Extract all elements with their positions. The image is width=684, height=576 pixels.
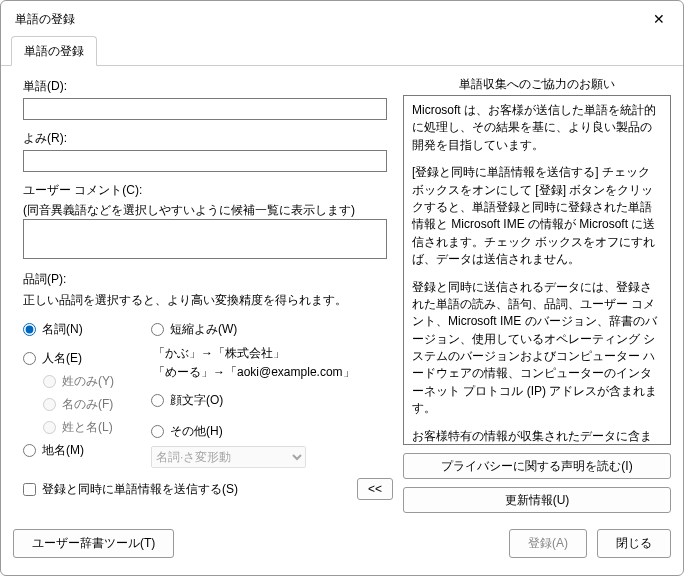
reading-label: よみ(R): [23, 130, 393, 147]
comment-label: ユーザー コメント(C): [23, 182, 393, 199]
close-icon[interactable]: ✕ [647, 9, 671, 29]
info-p4: お客様特有の情報が収集されたデータに含まれることがあります。このような情報が存在… [412, 428, 662, 445]
comment-hint: (同音異義語などを選択しやすいように候補一覧に表示します) [23, 202, 393, 219]
radio-other[interactable]: その他(H) [151, 423, 393, 440]
user-dict-button[interactable]: ユーザー辞書ツール(T) [13, 529, 174, 558]
radio-surname-only: 姓のみ(Y) [43, 373, 151, 390]
reading-input[interactable] [23, 150, 387, 172]
update-info-button[interactable]: 更新情報(U) [403, 487, 671, 513]
right-panel-title: 単語収集へのご協力のお願い [403, 76, 671, 93]
register-button[interactable]: 登録(A) [509, 529, 587, 558]
info-p3: 登録と同時に送信されるデータには、登録された単語の読み、語句、品詞、ユーザー コ… [412, 279, 662, 418]
radio-short-reading[interactable]: 短縮よみ(W) [151, 321, 393, 338]
radio-place[interactable]: 地名(M) [23, 442, 151, 459]
example-1: 「かぶ」→「株式会社」 [153, 344, 393, 363]
radio-face[interactable]: 顔文字(O) [151, 392, 393, 409]
info-p2: [登録と同時に単語情報を送信する] チェック ボックスをオンにして [登録] ボ… [412, 164, 662, 268]
pos-hint: 正しい品詞を選択すると、より高い変換精度を得られます。 [23, 292, 393, 309]
info-scrollbox[interactable]: Microsoft は、お客様が送信した単語を統計的に処理し、その結果を基に、よ… [403, 95, 671, 445]
pos-label: 品詞(P): [23, 271, 393, 288]
radio-given-only: 名のみ(F) [43, 396, 151, 413]
example-2: 「めーる」→「aoki@example.com」 [153, 363, 393, 382]
close-button[interactable]: 閉じる [597, 529, 671, 558]
collapse-button[interactable]: << [357, 478, 393, 500]
tab-word-register[interactable]: 単語の登録 [11, 36, 97, 66]
radio-person[interactable]: 人名(E) [23, 350, 151, 367]
radio-noun[interactable]: 名詞(N) [23, 321, 151, 338]
privacy-button[interactable]: プライバシーに関する声明を読む(I) [403, 453, 671, 479]
word-input[interactable] [23, 98, 387, 120]
word-label: 単語(D): [23, 78, 393, 95]
window-title: 単語の登録 [15, 11, 75, 28]
radio-surname-given: 姓と名(L) [43, 419, 151, 436]
comment-input[interactable] [23, 219, 387, 259]
other-select[interactable]: 名詞·さ変形動 [151, 446, 306, 468]
send-info-checkbox[interactable]: 登録と同時に単語情報を送信する(S) [23, 481, 238, 498]
info-p1: Microsoft は、お客様が送信した単語を統計的に処理し、その結果を基に、よ… [412, 102, 662, 154]
